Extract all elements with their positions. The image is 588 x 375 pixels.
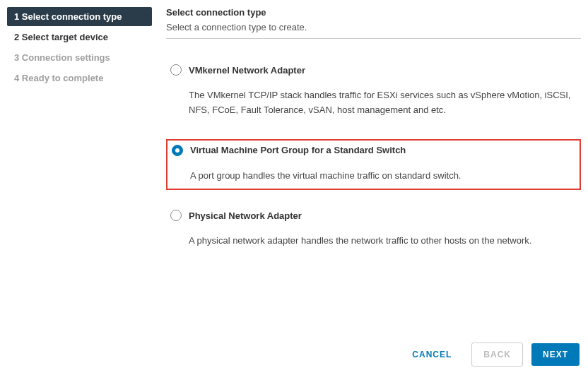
radio-icon[interactable] bbox=[170, 64, 182, 76]
radio-icon[interactable] bbox=[172, 145, 183, 156]
main-content: Select connection type Select a connecti… bbox=[152, 7, 581, 270]
wizard-step-3: 3 Connection settings bbox=[7, 48, 152, 67]
option-description: A physical network adapter handles the n… bbox=[189, 234, 577, 249]
wizard-step-2: 2 Select target device bbox=[7, 28, 152, 47]
wizard-steps-sidebar: 1 Select connection type 2 Select target… bbox=[7, 7, 152, 270]
radio-icon[interactable] bbox=[170, 210, 182, 221]
option-description: The VMkernel TCP/IP stack handles traffi… bbox=[189, 88, 577, 118]
option-physical-adapter[interactable]: Physical Network Adapter A physical netw… bbox=[166, 206, 581, 254]
wizard-step-4: 4 Ready to complete bbox=[7, 69, 152, 88]
option-label: Physical Network Adapter bbox=[189, 210, 302, 221]
option-vmkernel[interactable]: VMkernel Network Adapter The VMkernel TC… bbox=[166, 60, 581, 124]
back-button: BACK bbox=[471, 343, 523, 367]
wizard-step-1[interactable]: 1 Select connection type bbox=[7, 7, 152, 26]
option-label: VMkernel Network Adapter bbox=[189, 65, 305, 76]
page-title: Select connection type bbox=[166, 7, 581, 18]
option-description: A port group handles the virtual machine… bbox=[190, 169, 575, 184]
cancel-button[interactable]: CANCEL bbox=[401, 343, 463, 366]
wizard-footer: CANCEL BACK NEXT bbox=[401, 343, 580, 367]
divider bbox=[166, 38, 581, 39]
page-subtitle: Select a connection type to create. bbox=[166, 22, 581, 32]
option-label: Virtual Machine Port Group for a Standar… bbox=[190, 145, 406, 155]
next-button[interactable]: NEXT bbox=[531, 343, 580, 366]
option-vm-port-group[interactable]: Virtual Machine Port Group for a Standar… bbox=[166, 139, 581, 191]
